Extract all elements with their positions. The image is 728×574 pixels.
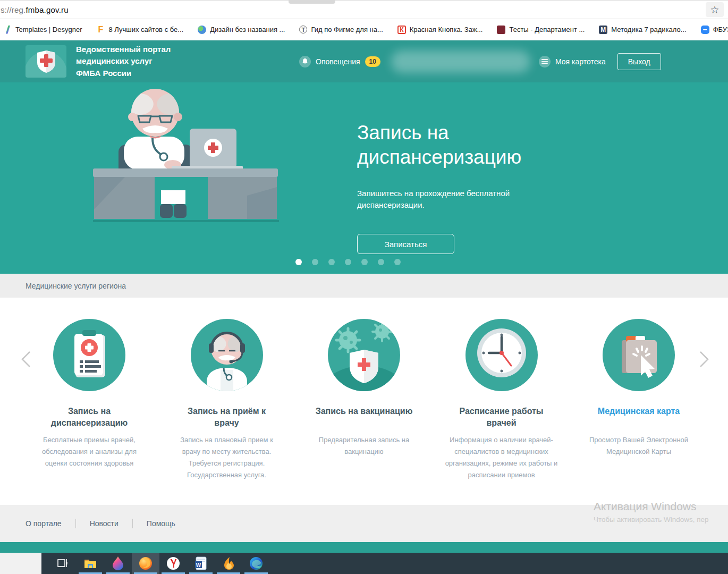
paint-drop-icon[interactable] <box>104 553 132 574</box>
url-text[interactable]: s://reg.fmba.gov.ru <box>1 5 69 14</box>
service-cards-row: Запись на диспансеризацию Бесплатные при… <box>0 298 728 481</box>
card-dispensary: Запись на диспансеризацию Бесплатные при… <box>33 319 146 481</box>
page-bottom-strip <box>0 542 728 553</box>
carousel-dot[interactable] <box>345 259 351 265</box>
carousel-next-icon[interactable] <box>697 350 711 369</box>
hero-subtitle: Запишитесь на прохождение бесплатной дис… <box>357 188 532 211</box>
card-vaccination: Запись на вакцинацию Предварительная зап… <box>308 319 420 481</box>
doctor-at-desk-illustration <box>93 86 279 223</box>
bookmark-templates-desygner[interactable]: Templates | Desygner <box>4 26 82 34</box>
card-description: Предварительная запись на вакцинацию <box>308 434 420 458</box>
menu-icon <box>539 56 551 67</box>
bookmark-label: Методика 7 радикало... <box>611 26 686 33</box>
med-record-folder-icon[interactable] <box>603 319 675 391</box>
portal-logo[interactable] <box>26 45 66 78</box>
signup-button[interactable]: Записаться <box>357 234 454 254</box>
bookmark-figma-guide[interactable]: T Гид по Фигме для на... <box>299 26 383 33</box>
bookmarks-bar: Templates | Desygner F 8 Лучших сайтов с… <box>0 19 728 40</box>
carousel-dot[interactable] <box>361 259 368 265</box>
kartoteka-button[interactable]: Моя картотека <box>539 56 606 67</box>
letter-m-icon: М <box>599 26 607 34</box>
bookmark-method-7[interactable]: М Методика 7 радикало... <box>599 26 686 34</box>
portal-title: Ведомственный портал медицинских услуг Ф… <box>76 44 190 80</box>
dark-site-icon <box>497 26 505 34</box>
portal-title-line: Ведомственный портал <box>76 44 190 56</box>
logout-button[interactable]: Выход <box>617 53 661 70</box>
clipboard-icon[interactable] <box>53 319 125 391</box>
bookmark-label: Дизайн без названия ... <box>210 26 285 33</box>
bookmark-label: Красная Кнопка. Заж... <box>410 26 483 33</box>
windows-taskbar: W <box>0 553 728 574</box>
site-header: Ведомственный портал медицинских услуг Ф… <box>0 40 728 82</box>
card-doctor-appointment: Запись на приём к врачу Запись на планов… <box>171 319 283 481</box>
card-title[interactable]: Запись на вакцинацию <box>308 406 420 429</box>
bookmark-label: Templates | Desygner <box>15 26 82 33</box>
card-description: Просмотр Вашей Электронной Медицинской К… <box>582 434 695 458</box>
carousel-dot[interactable] <box>378 259 384 265</box>
svg-text:W: W <box>196 562 201 568</box>
file-explorer-icon[interactable] <box>77 553 104 574</box>
letter-t-circle-icon: T <box>299 26 307 33</box>
globe-icon <box>198 26 206 34</box>
card-title[interactable]: Запись на диспансеризацию <box>33 406 146 429</box>
tab-bar-fragment <box>289 1 335 4</box>
carousel-dot[interactable] <box>394 259 401 265</box>
bookmark-label: Тесты - Департамент ... <box>509 26 585 33</box>
card-medical-record: Медицинская карта Просмотр Вашей Электро… <box>582 319 695 481</box>
vaccine-shield-icon[interactable] <box>328 319 400 391</box>
flame-app-icon[interactable] <box>215 553 242 574</box>
services-section: Запись на диспансеризацию Бесплатные при… <box>0 298 728 505</box>
taskbar-left-panel[interactable] <box>0 553 41 574</box>
url-host: fmba.gov.ru <box>26 5 68 14</box>
word-icon[interactable]: W <box>187 553 215 574</box>
carousel-dot[interactable] <box>295 259 302 265</box>
bookmark-fbuz-msch9[interactable]: ФБУЗ МСЧ №9 ФМБ... <box>701 26 728 34</box>
footer-link-news[interactable]: Новости <box>90 519 118 528</box>
hero-banner: Запись на диспансеризацию Запишитесь на … <box>0 82 728 274</box>
browser-url-bar[interactable]: s://reg.fmba.gov.ru ☆ <box>0 0 728 19</box>
firefox-icon[interactable] <box>132 553 159 574</box>
yandex-browser-icon[interactable] <box>159 553 187 574</box>
bookmark-red-button[interactable]: К Красная Кнопка. Заж... <box>397 26 483 34</box>
doctor-headset-icon[interactable] <box>191 319 263 391</box>
card-title-link[interactable]: Медицинская карта <box>582 406 695 429</box>
url-scheme: s://reg. <box>1 5 26 14</box>
bookmark-design-untitled[interactable]: Дизайн без названия ... <box>198 26 285 34</box>
carousel-prev-icon[interactable] <box>19 350 33 369</box>
bookmark-tests-department[interactable]: Тесты - Департамент ... <box>497 26 585 34</box>
site-footer: О портале Новости Помощь <box>0 505 728 542</box>
card-description: Бесплатные приемы врачей, обследования и… <box>33 434 146 469</box>
carousel-dot[interactable] <box>328 259 335 265</box>
portal-title-line: медицинских услуг <box>76 55 190 67</box>
page: s://reg.fmba.gov.ru ☆ Templates | Desygn… <box>0 0 728 574</box>
region-services-label: Медицинские услуги региона <box>26 282 126 290</box>
desygner-icon <box>4 26 12 34</box>
edge-icon[interactable] <box>242 553 270 574</box>
hero-text-block: Запись на диспансеризацию Запишитесь на … <box>357 121 586 254</box>
footer-link-about[interactable]: О портале <box>26 519 62 528</box>
bookmark-label: 8 Лучших сайтов с бе... <box>109 26 184 33</box>
task-view-icon[interactable] <box>49 553 77 574</box>
carousel-dot[interactable] <box>312 259 318 265</box>
card-title[interactable]: Запись на приём к врачу <box>171 406 283 429</box>
clock-icon[interactable] <box>465 319 538 391</box>
bookmark-best-sites[interactable]: F 8 Лучших сайтов с бе... <box>97 26 184 34</box>
shield-cross-icon <box>36 50 56 73</box>
card-title[interactable]: Расписание работы врачей <box>445 406 558 429</box>
notifications-button[interactable]: Оповещения 10 <box>299 56 380 67</box>
carousel-dots <box>295 259 401 265</box>
card-doctors-schedule: Расписание работы врачей Информация о на… <box>445 319 558 481</box>
portal-title-line: ФМБА России <box>76 67 190 80</box>
footer-divider <box>75 519 76 528</box>
card-description: Информация о наличии врачей-специалистов… <box>445 434 558 481</box>
bell-icon <box>299 56 311 67</box>
card-description: Запись на плановый прием к врачу по мест… <box>171 434 283 481</box>
chat-bubble-icon <box>701 26 709 34</box>
bookmark-star-icon[interactable]: ☆ <box>706 2 724 17</box>
bookmark-label: Гид по Фигме для на... <box>311 26 383 33</box>
user-name-redacted[interactable] <box>391 50 530 73</box>
letter-f-icon: F <box>97 26 105 34</box>
kartoteka-label: Моя картотека <box>555 57 606 66</box>
footer-link-help[interactable]: Помощь <box>147 519 175 528</box>
red-k-icon: К <box>397 26 406 34</box>
